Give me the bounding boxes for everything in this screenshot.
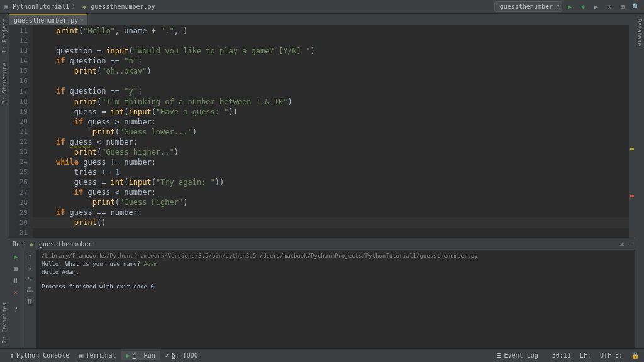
run-panel-config-name: guessthenumber — [39, 241, 92, 248]
favorites-tool-button[interactable]: 2: Favorites — [1, 302, 8, 343]
python-console-button[interactable]: ❖ Python Console — [5, 351, 74, 360]
todo-icon: ✓ — [165, 352, 169, 359]
code-line[interactable]: print() — [33, 217, 635, 228]
database-tool-button[interactable]: Database — [636, 19, 643, 46]
code-line[interactable]: print("Guess Higher") — [33, 197, 635, 207]
status-bar: ❖ Python Console ▣ Terminal ▶ 4: Run ✓ 6… — [0, 348, 644, 362]
code-line[interactable]: if guess < number: — [33, 137, 635, 147]
console-output-line: Hello Adam. — [42, 268, 630, 277]
console-exit-message: Process finished with exit code 0 — [42, 283, 630, 291]
python-file-icon: ◆ — [28, 240, 35, 248]
cursor-position[interactable]: 30:11 — [552, 352, 571, 359]
folder-icon: ▣ — [3, 3, 10, 11]
structure-tool-button[interactable]: 7: Structure — [1, 63, 8, 104]
log-icon: ☰ — [496, 352, 502, 359]
code-line[interactable] — [33, 36, 635, 46]
navigation-bar: ▣ PythonTutorial1 〉 ◆ guessthenumber.py … — [0, 0, 644, 14]
project-tool-button[interactable]: 1: Project — [1, 19, 8, 53]
run-button[interactable]: ▶ — [564, 1, 575, 13]
code-text-area[interactable]: print("Hello", uname + ".", ) question =… — [33, 25, 635, 238]
code-line[interactable] — [33, 228, 635, 238]
code-editor[interactable]: 1112131415161718192021222324252627282930… — [9, 25, 635, 238]
run-tool-window: Run ◆ guessthenumber ✱ − ▶ ■ ⏸ × ? ↑ ↓ ⇆… — [9, 238, 635, 348]
pause-button[interactable]: ⏸ — [11, 276, 20, 285]
editor-scrollbar[interactable] — [629, 25, 635, 238]
python-icon: ❖ — [10, 352, 14, 359]
code-line[interactable]: print("I'm thinking of a number between … — [33, 97, 635, 107]
hide-icon[interactable]: − — [628, 241, 631, 248]
left-tool-rail: 1: Project 7: Structure 2: Favorites — [0, 14, 9, 348]
code-line[interactable]: question = input("Would you like to play… — [33, 46, 635, 56]
settings-icon[interactable]: ✱ — [620, 241, 624, 248]
run-side-toolbar-1: ▶ ■ ⏸ × ? — [9, 250, 23, 348]
run-configuration-selector[interactable]: guessthenumber — [494, 1, 562, 12]
clear-button[interactable]: 🗑 — [26, 297, 33, 305]
chevron-right-icon: 〉 — [72, 3, 78, 11]
terminal-button[interactable]: ▣ Terminal — [74, 351, 121, 360]
breadcrumb-file: guessthenumber.py — [91, 3, 155, 10]
help-button[interactable]: ? — [11, 305, 20, 314]
code-line[interactable]: print("Hello", uname + ".", ) — [33, 26, 635, 36]
console-command-path: /Library/Frameworks/Python.framework/Ver… — [42, 252, 630, 260]
run-panel-header[interactable]: Run ◆ guessthenumber ✱ − — [9, 238, 635, 250]
todo-button[interactable]: ✓ 6: TODO — [160, 351, 203, 360]
event-log-button[interactable]: ☰ Event Log — [491, 351, 543, 360]
breadcrumb-project: PythonTutorial1 — [13, 3, 69, 10]
code-line[interactable] — [33, 76, 635, 86]
breadcrumb[interactable]: ▣ PythonTutorial1 〉 ◆ guessthenumber.py — [3, 3, 155, 11]
code-line[interactable]: if guess == number: — [33, 207, 635, 217]
editor-tabs: ◆ guessthenumber.py × — [0, 14, 644, 25]
console-user-input: Adam — [144, 261, 158, 267]
up-button[interactable]: ↑ — [28, 252, 32, 260]
profile-button[interactable]: ◷ — [604, 1, 615, 13]
error-marker[interactable] — [630, 195, 634, 197]
code-line[interactable]: print("oh..okay") — [33, 66, 635, 76]
print-button[interactable]: 🖶 — [26, 286, 33, 294]
lock-icon[interactable]: 🔒 — [631, 352, 639, 359]
code-line[interactable]: print("Guess lower...") — [33, 127, 635, 137]
right-tool-rail: Database — [635, 14, 644, 348]
console-prompt: Hello, What is your username? — [42, 261, 144, 267]
coverage-button[interactable]: ▶ — [591, 1, 602, 13]
wrap-button[interactable]: ⇆ — [28, 275, 32, 283]
file-tab-active[interactable]: ◆ guessthenumber.py × — [0, 14, 87, 25]
code-line[interactable]: tries += 1 — [33, 167, 635, 177]
run-side-toolbar-2: ↑ ↓ ⇆ 🖶 🗑 — [23, 250, 36, 348]
code-line[interactable]: if question == "n": — [33, 56, 635, 66]
code-line[interactable]: if question == "y": — [33, 86, 635, 96]
stop-button[interactable]: ■ — [11, 264, 20, 273]
concurrency-button[interactable]: ⊞ — [617, 1, 628, 13]
debug-button[interactable]: ✱ — [577, 1, 589, 13]
python-file-icon: ◆ — [80, 3, 88, 11]
code-line[interactable]: guess = int(input("Try again: ")) — [33, 177, 635, 187]
close-button[interactable]: × — [11, 288, 20, 297]
line-number-gutter: 1112131415161718192021222324252627282930… — [9, 25, 33, 238]
search-button[interactable]: 🔍 — [630, 1, 641, 13]
encoding[interactable]: UTF-8: — [600, 352, 623, 359]
code-line[interactable]: print("Guess higher..") — [33, 147, 635, 157]
code-line[interactable]: if guess > number: — [33, 117, 635, 127]
run-tool-button[interactable]: ▶ 4: Run — [121, 351, 160, 360]
main-area: 1112131415161718192021222324252627282930… — [9, 25, 635, 348]
code-line[interactable]: if guess < number: — [33, 187, 635, 197]
close-icon[interactable]: × — [80, 18, 84, 23]
warning-marker[interactable] — [630, 148, 634, 150]
play-icon: ▶ — [126, 352, 130, 359]
console-output[interactable]: /Library/Frameworks/Python.framework/Ver… — [36, 250, 635, 348]
run-panel-title-prefix: Run — [13, 241, 24, 248]
rerun-button[interactable]: ▶ — [11, 252, 20, 261]
terminal-icon: ▣ — [79, 352, 83, 359]
line-separator[interactable]: LF: — [580, 352, 591, 359]
code-line[interactable]: guess = int(input("Have a guess: ")) — [33, 107, 635, 117]
code-line[interactable]: while guess != number: — [33, 157, 635, 167]
down-button[interactable]: ↓ — [28, 263, 32, 272]
